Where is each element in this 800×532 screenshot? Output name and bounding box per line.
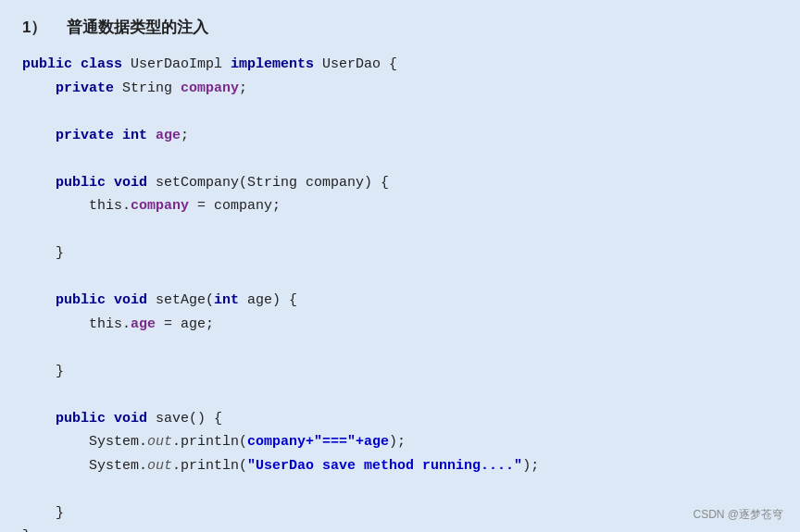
indent1 <box>22 77 56 101</box>
code-blank-2 <box>22 147 778 171</box>
code-line-12: System.out.println("UserDao save method … <box>22 454 778 478</box>
code-line-4: public void setCompany(String company) { <box>22 171 778 195</box>
str-userdao: "UserDao save method running...." <box>247 454 522 478</box>
kw-public: public <box>22 53 81 77</box>
indent9 <box>22 407 56 431</box>
code-line-11: System.out.println(company+"==="+age); <box>22 430 778 454</box>
code-blank-5 <box>22 336 778 360</box>
close-paren1: ); <box>389 430 406 454</box>
classname: UserDaoImpl <box>131 53 231 77</box>
code-line-10: public void save() { <box>22 407 778 431</box>
kw-private1: private <box>56 77 122 101</box>
type-string: String <box>122 77 181 101</box>
code-blank-1 <box>22 100 778 124</box>
semi2: ; <box>181 124 189 148</box>
kw-private2: private <box>56 124 122 148</box>
code-blank-7 <box>22 477 778 501</box>
str-company-concat: company+"==="+age <box>247 430 389 454</box>
close-brace-outer: } <box>22 525 31 532</box>
close-paren2: ); <box>522 454 539 478</box>
indent4 <box>22 194 89 218</box>
section-number: 1） <box>22 19 46 36</box>
code-blank-3 <box>22 218 778 242</box>
println1: .println( <box>172 430 247 454</box>
watermark: CSDN @逐梦苍穹 <box>693 507 783 523</box>
code-line-7: public void setAge(int age) { <box>22 289 778 313</box>
indent8 <box>22 360 56 384</box>
out1: out <box>147 430 172 454</box>
kw-void2: void <box>114 289 156 313</box>
this-kw1: this. <box>89 194 131 218</box>
code-line-6: } <box>22 241 778 266</box>
close-brace-1: } <box>56 241 64 266</box>
method-setcompany: setCompany(String company) { <box>156 171 389 195</box>
system1: System. <box>89 430 147 454</box>
indent6 <box>22 289 56 313</box>
kw-public2: public <box>56 171 114 195</box>
indent10 <box>22 430 89 454</box>
indent12 <box>22 501 56 526</box>
kw-void3: void <box>114 407 156 431</box>
this-age: age <box>131 313 156 337</box>
code-block: public class UserDaoImpl implements User… <box>22 49 778 532</box>
kw-int: int <box>122 124 156 148</box>
code-line-8: this.age = age; <box>22 313 778 337</box>
kw-public3: public <box>56 289 114 313</box>
code-line-2: private String company; <box>22 77 778 101</box>
field-company: company <box>181 77 239 101</box>
indent7 <box>22 313 89 337</box>
close-brace-2: } <box>56 360 64 384</box>
code-line-13: } <box>22 501 778 526</box>
method-save: save() { <box>156 407 222 431</box>
code-line-14: } <box>22 525 778 532</box>
kw-void1: void <box>114 171 156 195</box>
assign2: = age; <box>156 313 214 337</box>
indent2 <box>22 124 56 148</box>
this-company: company <box>131 194 189 218</box>
field-age: age <box>156 124 181 148</box>
code-line-9: } <box>22 360 778 384</box>
code-blank-6 <box>22 383 778 407</box>
close-brace-3: } <box>56 501 64 526</box>
assign1: = company; <box>189 194 281 218</box>
out2: out <box>147 454 172 478</box>
system2: System. <box>89 454 147 478</box>
main-container: 1） 普通数据类型的注入 public class UserDaoImpl im… <box>0 0 800 532</box>
indent5 <box>22 241 56 266</box>
code-line-1: public class UserDaoImpl implements User… <box>22 53 778 77</box>
kw-implements: implements <box>231 53 322 77</box>
code-line-5: this.company = company; <box>22 194 778 218</box>
kw-class: class <box>81 53 131 77</box>
indent11 <box>22 454 89 478</box>
method-setage: setAge( <box>156 289 214 313</box>
indent3 <box>22 171 56 195</box>
kw-int2: int <box>214 289 239 313</box>
semi1: ; <box>239 77 247 101</box>
println2: .println( <box>172 454 247 478</box>
section-text: 普通数据类型的注入 <box>51 19 208 36</box>
this-kw2: this. <box>89 313 131 337</box>
setage-param: age) { <box>239 289 297 313</box>
section-title: 1） 普通数据类型的注入 <box>22 17 778 38</box>
kw-public4: public <box>56 407 114 431</box>
interface-name: UserDao { <box>322 53 397 77</box>
code-blank-4 <box>22 266 778 290</box>
code-line-3: private int age; <box>22 124 778 148</box>
